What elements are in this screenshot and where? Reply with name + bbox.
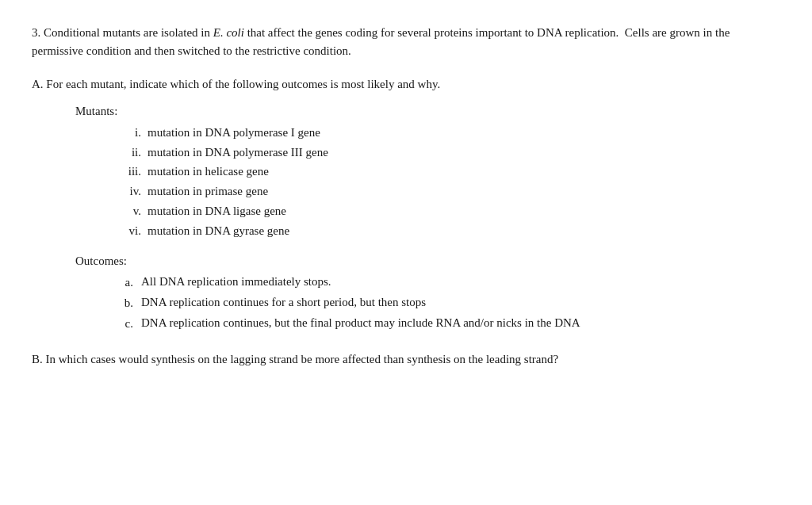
list-marker: i. xyxy=(119,123,147,143)
outcome-text: All DNA replication immediately stops. xyxy=(141,273,331,291)
outcome-marker: b. xyxy=(111,293,141,312)
outcome-text: DNA replication continues, but the final… xyxy=(141,314,580,332)
outcomes-label: Outcomes: xyxy=(75,254,780,268)
ecoli-italic: E. coli xyxy=(213,26,244,39)
outcome-text: DNA replication continues for a short pe… xyxy=(141,293,426,312)
list-marker: ii. xyxy=(119,143,147,163)
list-marker: iv. xyxy=(119,182,147,201)
part-b-section: B. In which cases would synthesis on the… xyxy=(32,350,780,369)
list-item: v. mutation in DNA ligase gene xyxy=(119,201,780,221)
list-item: c. DNA replication continues, but the fi… xyxy=(111,314,780,333)
list-item: ii. mutation in DNA polymerase III gene xyxy=(119,143,780,163)
list-marker: iii. xyxy=(119,162,147,182)
part-b-text: B. In which cases would synthesis on the… xyxy=(32,350,780,369)
question-intro: 3. Conditional mutants are isolated in E… xyxy=(32,24,780,61)
outcome-marker: c. xyxy=(111,314,141,333)
mutant-text: mutation in primase gene xyxy=(147,182,268,201)
outcome-marker: a. xyxy=(111,273,141,292)
question-3-block: 3. Conditional mutants are isolated in E… xyxy=(32,24,780,369)
list-item: vi. mutation in DNA gyrase gene xyxy=(119,221,780,241)
mutants-section: Mutants: i. mutation in DNA polymerase I… xyxy=(32,105,780,241)
outcomes-section: Outcomes: a. All DNA replication immedia… xyxy=(32,254,780,333)
part-a-intro: A. For each mutant, indicate which of th… xyxy=(32,75,780,94)
list-item: i. mutation in DNA polymerase I gene xyxy=(119,123,780,143)
mutants-label: Mutants: xyxy=(75,105,780,118)
part-a-section: A. For each mutant, indicate which of th… xyxy=(32,75,780,334)
outcomes-list: a. All DNA replication immediately stops… xyxy=(111,273,780,333)
mutant-text: mutation in DNA ligase gene xyxy=(147,201,286,221)
mutant-text: mutation in DNA gyrase gene xyxy=(147,221,289,241)
list-item: iii. mutation in helicase gene xyxy=(119,162,780,182)
list-item: a. All DNA replication immediately stops… xyxy=(111,273,780,292)
mutants-list: i. mutation in DNA polymerase I gene ii.… xyxy=(119,123,780,241)
list-marker: v. xyxy=(119,201,147,221)
mutant-text: mutation in helicase gene xyxy=(147,162,269,182)
mutant-text: mutation in DNA polymerase I gene xyxy=(147,123,320,143)
list-item: b. DNA replication continues for a short… xyxy=(111,293,780,312)
list-marker: vi. xyxy=(119,221,147,241)
list-item: iv. mutation in primase gene xyxy=(119,182,780,201)
mutant-text: mutation in DNA polymerase III gene xyxy=(147,143,328,163)
